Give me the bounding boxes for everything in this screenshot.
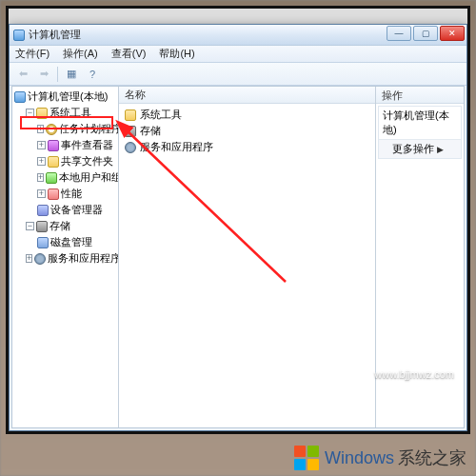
collapse-icon[interactable]: − xyxy=(26,109,34,117)
tree-label: 性能 xyxy=(61,187,82,201)
expand-icon[interactable]: + xyxy=(37,125,44,133)
watermark-text: www.bjjmwz.com xyxy=(374,368,454,380)
list-item[interactable]: 存储 xyxy=(125,123,369,139)
folder-icon xyxy=(36,108,48,119)
tree-node-shared-folders[interactable]: + 共享文件夹 xyxy=(12,153,118,169)
forward-button[interactable]: ➡ xyxy=(34,66,53,83)
tree-label: 磁盘管理 xyxy=(50,235,92,249)
tree-label: 存储 xyxy=(50,219,70,233)
actions-header-label: 操作 xyxy=(382,89,403,101)
app-icon xyxy=(13,30,25,41)
tree-label: 计算机管理(本地) xyxy=(28,89,108,104)
expand-icon[interactable]: + xyxy=(37,141,46,149)
properties-button[interactable]: ▦ xyxy=(62,66,81,83)
event-icon xyxy=(48,140,59,151)
actions-body: 计算机管理(本地) 更多操作 ▶ xyxy=(378,106,462,159)
windows-logo-icon xyxy=(294,446,319,470)
tree-node-root[interactable]: 计算机管理(本地) xyxy=(12,89,118,105)
tree-label: 系统工具 xyxy=(50,106,91,120)
tree-node-performance[interactable]: + 性能 xyxy=(12,186,118,202)
tree-label: 共享文件夹 xyxy=(61,154,113,169)
close-button[interactable]: ✕ xyxy=(440,26,465,41)
storage-icon xyxy=(36,221,48,232)
tree-root: 计算机管理(本地) − 系统工具 + 任务计划程序 + xyxy=(12,87,118,268)
list-item[interactable]: 服务和应用程序 xyxy=(125,139,369,155)
clock-icon xyxy=(46,124,57,135)
gear-icon xyxy=(125,142,136,153)
titlebar[interactable]: 计算机管理 — ▢ ✕ xyxy=(10,25,466,46)
menu-help[interactable]: 帮助(H) xyxy=(157,47,196,61)
tree-label: 事件查看器 xyxy=(61,138,113,152)
expand-icon[interactable]: + xyxy=(37,173,44,182)
users-icon xyxy=(46,172,57,184)
brand-sub: 系统之家 xyxy=(398,446,466,469)
window-controls: — ▢ ✕ xyxy=(385,26,465,41)
brand-main: Windows xyxy=(325,448,394,468)
folder-icon xyxy=(48,156,59,168)
disk-icon xyxy=(37,237,49,248)
tree-node-storage[interactable]: − 存储 xyxy=(12,218,118,234)
separator xyxy=(57,67,58,82)
expand-icon[interactable]: + xyxy=(37,157,46,166)
device-icon xyxy=(37,205,49,216)
column-header-name[interactable]: 名称 xyxy=(119,87,375,104)
actions-header: 操作 xyxy=(376,87,464,104)
tree-node-task-scheduler[interactable]: + 任务计划程序 xyxy=(12,121,118,137)
computer-icon xyxy=(14,91,26,103)
menu-file[interactable]: 文件(F) xyxy=(13,47,51,61)
list-item[interactable]: 系统工具 xyxy=(125,107,369,123)
back-button[interactable]: ⬅ xyxy=(13,66,32,83)
more-actions-label: 更多操作 xyxy=(392,143,434,154)
window-title: 计算机管理 xyxy=(29,28,81,42)
tree-label: 任务计划程序 xyxy=(59,122,118,136)
list-item-label: 服务和应用程序 xyxy=(140,140,213,154)
menu-view[interactable]: 查看(V) xyxy=(109,47,149,61)
tree-label: 本地用户和组 xyxy=(59,170,118,185)
maximize-button[interactable]: ▢ xyxy=(413,26,438,41)
brand-logo: Windows 系统之家 xyxy=(294,446,466,470)
column-header-label: 名称 xyxy=(125,88,146,102)
tree-label: 服务和应用程序 xyxy=(48,251,118,266)
storage-icon xyxy=(125,126,136,137)
screenshot-frame: 计算机管理 — ▢ ✕ 文件(F) 操作(A) 查看(V) 帮助(H) ⬅ ➡ … xyxy=(6,6,470,434)
more-actions-link[interactable]: 更多操作 ▶ xyxy=(379,140,461,158)
tree-node-local-users[interactable]: + 本地用户和组 xyxy=(12,169,118,186)
tree-node-services-apps[interactable]: + 服务和应用程序 xyxy=(12,250,118,267)
actions-group-title: 计算机管理(本地) xyxy=(379,107,461,140)
menu-action[interactable]: 操作(A) xyxy=(61,47,100,61)
tree-panel: 计算机管理(本地) − 系统工具 + 任务计划程序 + xyxy=(12,87,119,427)
chevron-right-icon: ▶ xyxy=(437,145,444,154)
performance-icon xyxy=(48,188,59,200)
collapse-icon[interactable]: − xyxy=(26,222,34,230)
menubar: 文件(F) 操作(A) 查看(V) 帮助(H) xyxy=(10,46,466,63)
tree-node-disk-management[interactable]: 磁盘管理 xyxy=(12,234,118,250)
gear-icon xyxy=(34,253,46,265)
details-panel: 名称 系统工具 存储 服务和应用程序 xyxy=(119,87,376,427)
expand-icon[interactable]: + xyxy=(26,254,32,263)
list-item-label: 系统工具 xyxy=(140,108,182,122)
tree-node-event-viewer[interactable]: + 事件查看器 xyxy=(12,137,118,153)
help-button[interactable]: ? xyxy=(83,66,102,83)
toolbar: ⬅ ➡ ▦ ? xyxy=(10,63,466,86)
folder-icon xyxy=(125,109,136,121)
expand-icon[interactable]: + xyxy=(37,189,46,198)
tree-node-systools[interactable]: − 系统工具 xyxy=(12,105,118,121)
tree-label: 设备管理器 xyxy=(50,203,103,217)
minimize-button[interactable]: — xyxy=(387,26,411,41)
details-body[interactable]: 系统工具 存储 服务和应用程序 xyxy=(119,104,375,427)
list-item-label: 存储 xyxy=(140,124,161,138)
tree-node-device-manager[interactable]: 设备管理器 xyxy=(12,202,118,218)
